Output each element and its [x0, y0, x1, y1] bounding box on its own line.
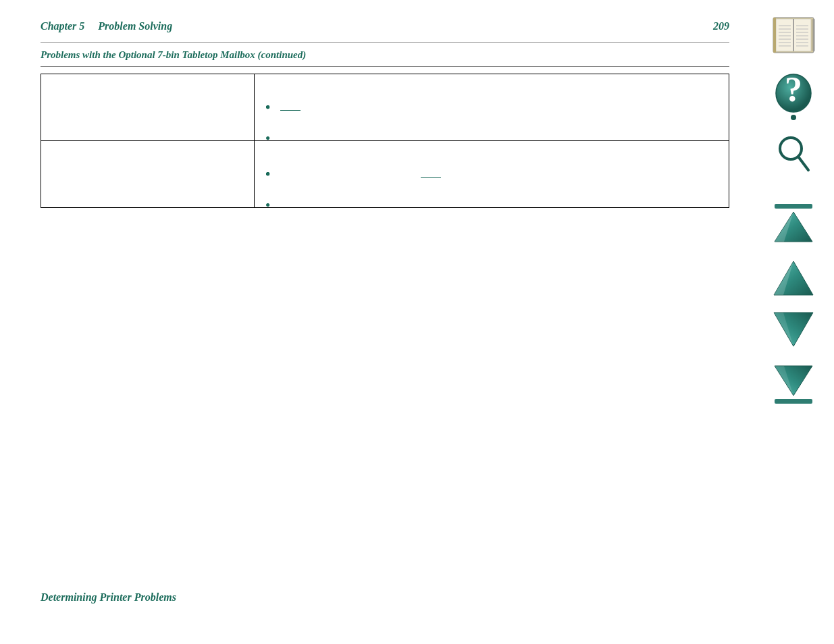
help-icon[interactable]: ?: [773, 73, 814, 122]
table-cell-left-2: [41, 141, 255, 208]
bullet-list-1: [265, 101, 718, 113]
chapter-label: Chapter 5: [41, 20, 84, 32]
page-header: Chapter 5 Problem Solving 209: [41, 20, 729, 38]
chapter-title: Chapter 5 Problem Solving: [41, 20, 172, 32]
inline-link[interactable]: [280, 101, 301, 111]
svg-rect-34: [775, 399, 812, 404]
svg-point-21: [791, 115, 796, 120]
section-divider: [41, 66, 729, 67]
table-cell-right-1: [254, 74, 729, 141]
search-icon[interactable]: [776, 135, 811, 176]
svg-text:?: ?: [785, 73, 802, 109]
main-content: Chapter 5 Problem Solving 209 Problems w…: [41, 20, 729, 221]
book-icon[interactable]: [771, 14, 816, 59]
table-cell-left-1: [41, 74, 255, 141]
chapter-subtitle: Problem Solving: [98, 20, 172, 32]
table-row: [41, 141, 729, 208]
svg-point-24: [784, 142, 791, 149]
table-row: [41, 74, 729, 141]
svg-rect-25: [775, 204, 812, 209]
next-page-button[interactable]: [770, 310, 817, 349]
nav-arrows: [770, 203, 817, 405]
svg-rect-17: [773, 18, 776, 53]
header-divider: [41, 42, 729, 43]
section-title: Problems with the Optional 7-bin Tableto…: [41, 49, 729, 61]
go-to-bottom-button[interactable]: [770, 361, 817, 405]
go-to-top-button[interactable]: [770, 203, 817, 246]
svg-line-23: [798, 157, 808, 170]
table-cell-right-2: [254, 141, 729, 208]
list-item: [265, 101, 718, 113]
problems-table: [41, 74, 729, 208]
sidebar-nav: ?: [766, 14, 820, 405]
inline-link-2[interactable]: [421, 168, 441, 178]
previous-page-button[interactable]: [770, 259, 817, 298]
bullet-list-2: [265, 168, 718, 180]
page-number: 209: [713, 20, 729, 32]
svg-rect-18: [812, 19, 815, 51]
footer-title: Determining Printer Problems: [41, 591, 176, 603]
list-item: [265, 168, 718, 180]
